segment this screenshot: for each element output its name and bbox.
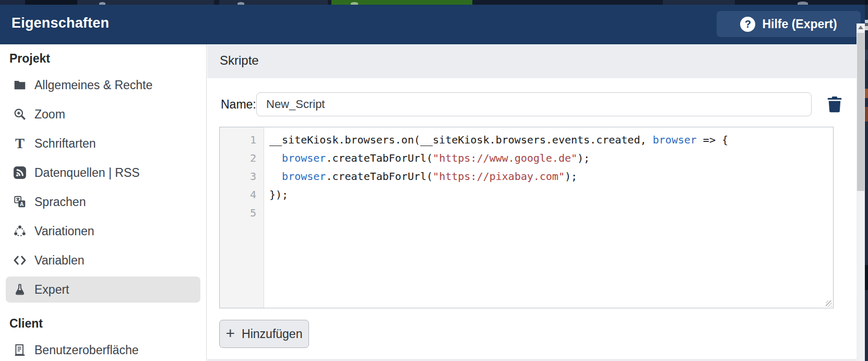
- editor-code-area[interactable]: __siteKiosk.browsers.on(__siteKiosk.brow…: [264, 127, 833, 308]
- rss-icon: [13, 165, 27, 180]
- sidebar-item-label: Schriftarten: [34, 137, 96, 151]
- background-tab: [77, 0, 214, 5]
- sidebar-item-benutzeroberfläche[interactable]: Benutzeroberfläche: [0, 335, 206, 361]
- section-header-band: Skripte: [207, 45, 857, 78]
- variations-icon: [13, 224, 27, 238]
- background-page-fragment: [865, 0, 868, 5]
- line-number: 2: [220, 149, 264, 167]
- background-page-fragment: [865, 89, 868, 98]
- scrollbar-up-arrow-icon[interactable]: [858, 26, 863, 29]
- code-token-code: .createTabForUrl(: [326, 152, 433, 164]
- code-brackets-icon: [13, 253, 27, 268]
- dialog-scrollbar[interactable]: [857, 23, 865, 361]
- delete-script-button[interactable]: [825, 95, 844, 115]
- flask-icon: [13, 282, 27, 297]
- sidebar-item-sprachen[interactable]: ASprachen: [0, 187, 206, 216]
- code-token-code: });: [269, 188, 288, 201]
- folder-icon: [13, 78, 27, 92]
- add-script-button[interactable]: + Hinzufügen: [219, 320, 309, 348]
- code-token-ident: browser: [282, 152, 326, 164]
- code-token-code: => {: [697, 134, 728, 146]
- sidebar: ProjektAllgemeines & RechteZoomTSchrifta…: [0, 44, 207, 361]
- script-code-editor[interactable]: 12345 __siteKiosk.browsers.on(__siteKios…: [219, 127, 834, 308]
- section-title: Skripte: [220, 53, 259, 68]
- sidebar-item-expert[interactable]: Expert: [0, 275, 206, 304]
- trash-icon: [826, 107, 843, 115]
- code-token-code: );: [577, 152, 590, 164]
- sidebar-item-label: Expert: [34, 283, 69, 297]
- code-token-code: .createTabForUrl(: [326, 170, 433, 183]
- dialog-header: Eigenschaften ? Hilfe (Expert): [0, 5, 865, 44]
- sidebar-item-schriftarten[interactable]: TSchriftarten: [0, 129, 206, 158]
- code-token-code: );: [565, 170, 577, 183]
- background-scrollbar-fragment: [865, 23, 868, 26]
- line-number: 4: [220, 186, 264, 204]
- dialog-title: Eigenschaften: [11, 15, 109, 31]
- sidebar-item-variablen[interactable]: Variablen: [0, 246, 206, 275]
- line-number: 5: [220, 204, 264, 222]
- code-token-code: __siteKiosk.browsers.on(__siteKiosk.brow…: [269, 134, 653, 146]
- code-line-4[interactable]: });: [269, 186, 833, 204]
- sidebar-item-label: Variationen: [34, 224, 94, 238]
- main-panel: Skripte Name: 12345 __siteKiosk.browsers…: [207, 44, 857, 361]
- next-section-band-edge: [207, 359, 857, 361]
- scrollbar-thumb[interactable]: [857, 33, 864, 191]
- add-button-label: Hinzufügen: [242, 327, 302, 341]
- code-line-5[interactable]: [269, 204, 833, 222]
- sidebar-item-label: Zoom: [34, 107, 65, 122]
- background-page-edge: [865, 0, 868, 361]
- script-name-input[interactable]: [256, 92, 812, 116]
- code-line-1[interactable]: __siteKiosk.browsers.on(__siteKiosk.brow…: [269, 131, 833, 149]
- sidebar-item-label: Sprachen: [34, 195, 86, 209]
- sitekiosk-properties-dialog: Eigenschaften ? Hilfe (Expert) ProjektAl…: [0, 0, 868, 361]
- sidebar-item-label: Allgemeines & Rechte: [34, 78, 152, 92]
- question-mark-icon: ?: [740, 17, 755, 32]
- background-page-fragment: [865, 50, 868, 60]
- translate-icon: A: [13, 195, 27, 209]
- background-tab-strip: [0, 0, 868, 5]
- line-number: 3: [220, 167, 264, 186]
- code-token-code: [269, 152, 282, 164]
- sidebar-item-label: Variablen: [34, 254, 84, 268]
- code-token-ident: browser: [282, 170, 326, 183]
- zoom-in-icon: [13, 107, 27, 122]
- code-token-string: "https://www.google.de": [433, 152, 577, 164]
- sidebar-item-label: Datenquellen | RSS: [34, 166, 140, 180]
- ui-icon: [13, 343, 27, 357]
- sidebar-item-zoom[interactable]: Zoom: [0, 100, 206, 129]
- editor-line-number-gutter: 12345: [220, 127, 264, 308]
- background-tab: [25, 0, 77, 5]
- code-token-ident: browser: [653, 134, 697, 146]
- svg-text:A: A: [20, 201, 24, 207]
- code-token-code: [269, 170, 282, 183]
- sidebar-item-variationen[interactable]: Variationen: [0, 216, 206, 246]
- sidebar-item-label: Benutzeroberfläche: [34, 343, 138, 357]
- code-line-2[interactable]: browser.createTabForUrl("https://www.goo…: [269, 149, 833, 167]
- plus-icon: +: [226, 326, 235, 341]
- editor-resize-grip-icon[interactable]: [826, 300, 832, 307]
- sidebar-heading-projekt: Projekt: [9, 51, 206, 66]
- code-line-3[interactable]: browser.createTabForUrl("https://pixabay…: [269, 167, 833, 186]
- fonts-icon: T: [13, 136, 27, 151]
- sidebar-item-allgemeines-rechte[interactable]: Allgemeines & Rechte: [0, 70, 206, 100]
- help-button-label: Hilfe (Expert): [762, 17, 837, 31]
- background-page-fragment: [865, 107, 868, 122]
- line-number: 1: [220, 131, 264, 149]
- script-name-label: Name:: [221, 98, 256, 112]
- background-tab: [219, 0, 328, 5]
- help-expert-button[interactable]: ? Hilfe (Expert): [717, 11, 861, 37]
- background-page-fragment: [865, 265, 868, 290]
- background-tab: [663, 0, 735, 5]
- sidebar-heading-client: Client: [9, 316, 206, 331]
- code-token-string: "https://pixabay.com": [433, 170, 565, 183]
- sidebar-item-datenquellen-rss[interactable]: Datenquellen | RSS: [0, 158, 206, 187]
- background-tab: [0, 0, 25, 5]
